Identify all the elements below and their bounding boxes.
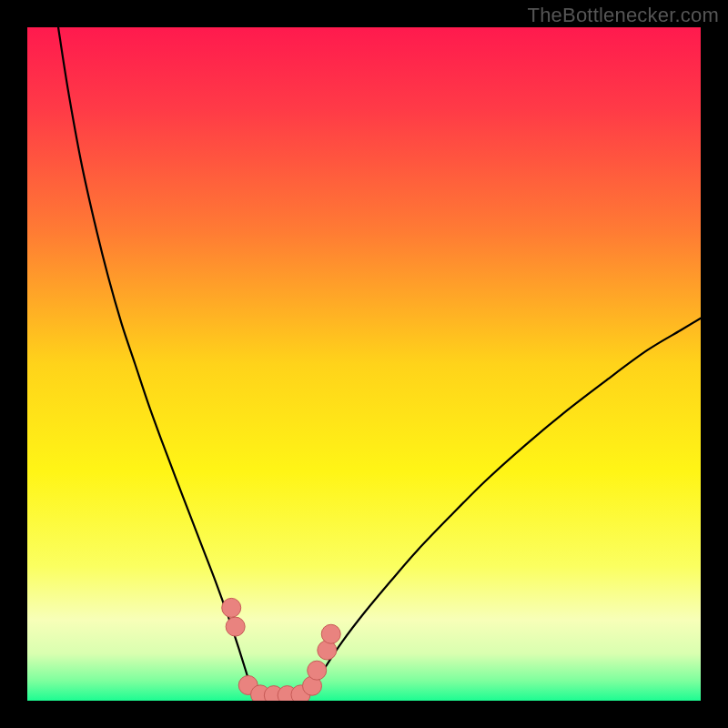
chart-frame: TheBottlenecker.com bbox=[0, 0, 728, 728]
marker-point bbox=[321, 624, 340, 643]
marker-point bbox=[226, 617, 245, 636]
gradient-background bbox=[27, 27, 701, 701]
marker-point bbox=[308, 661, 327, 680]
plot-svg bbox=[27, 27, 701, 701]
marker-point bbox=[222, 598, 241, 617]
plot-area bbox=[27, 27, 701, 701]
watermark-text: TheBottlenecker.com bbox=[528, 4, 719, 27]
